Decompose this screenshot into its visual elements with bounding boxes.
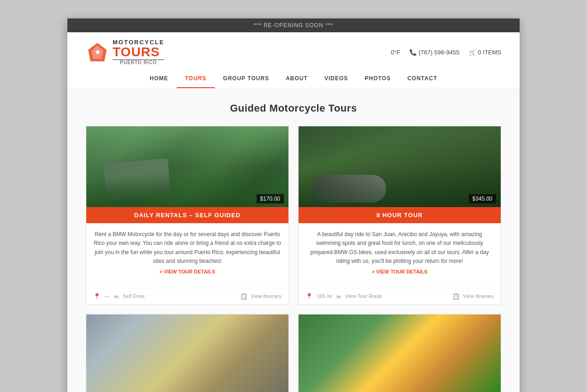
page-title: Guided Motorcycle Tours (86, 102, 501, 114)
price-badge-8hour: $345.00 (469, 194, 496, 203)
rental-footer-spacer: — (104, 293, 109, 299)
self-drive-label[interactable]: Self Drive (123, 293, 145, 299)
bike-icon-2: 🏍 (335, 293, 341, 300)
phone-number: 📞 (787) 598-9455 (409, 49, 460, 56)
tour-desc-8hour: A beautiful day ride to San Juan, Arecib… (299, 223, 501, 287)
tour-image-8hour: $345.00 (299, 126, 501, 207)
temperature: 0°F (391, 49, 400, 56)
main-content: Guided Motorcycle Tours $170.00 DAILY RE… (67, 89, 520, 392)
nav-group-tours[interactable]: GROUP TOURS (215, 70, 277, 88)
logo-text: MOTORCYCLE TouRs PUERTO RICO (113, 39, 164, 65)
tour-title-8hour[interactable]: 8 HOUR TOUR (299, 207, 501, 223)
nav-home[interactable]: HOME (142, 70, 177, 88)
cart[interactable]: 🛒 0 ITEMS (469, 49, 501, 56)
nav-contact[interactable]: CONTACT (399, 70, 446, 88)
tour-title-rental[interactable]: DAILY RENTALS – SELF GUIDED (86, 207, 288, 223)
view-tour-link-8hour[interactable]: > VIEW TOUR DETAILS (305, 268, 494, 276)
bike-icon: 🏍 (113, 293, 119, 300)
view-tour-link-rental[interactable]: > VIEW TOUR DETAILS (93, 268, 282, 276)
tour-card-8hour: $345.00 8 HOUR TOUR A beautiful day ride… (298, 126, 501, 304)
view-route-label[interactable]: View Tour Route (345, 293, 382, 299)
logo-icon: ★ (86, 41, 109, 64)
itinerary-icon-2: 📋 (452, 293, 460, 300)
nav-about[interactable]: ABOUT (277, 70, 316, 88)
tour-image-4 (299, 315, 501, 392)
announcement-text: *** RE-OPENING SOON *** (254, 22, 333, 29)
distance-label: 165 mi (317, 293, 332, 299)
price-badge-rental: $170.00 (257, 194, 284, 203)
tour3-image (86, 315, 288, 392)
nav-videos[interactable]: VIDEOS (316, 70, 356, 88)
nav-tours[interactable]: TOURS (177, 70, 215, 88)
location-icon: 📍 (93, 293, 101, 300)
header-top: ★ MOTORCYCLE TouRs PUERTO RICO 0°F 📞 (78… (86, 39, 501, 65)
browser-window: *** RE-OPENING SOON *** ★ MOTORCYCLE Tou… (67, 18, 520, 392)
tour-image-3 (86, 315, 288, 392)
logo-puertorico: PUERTO RICO (113, 59, 164, 65)
tour-card-rental: $170.00 DAILY RENTALS – SELF GUIDED Rent… (86, 126, 289, 304)
tour-desc-rental: Rent a BMW Motorcycle for the day or for… (86, 223, 288, 287)
header-right: 0°F 📞 (787) 598-9455 🛒 0 ITEMS (391, 49, 501, 56)
phone-icon: 📞 (409, 49, 417, 56)
nav-photos[interactable]: PHOTOS (356, 70, 399, 88)
logo-tours: TouRs (113, 46, 164, 59)
svg-text:★: ★ (95, 48, 101, 56)
tour-footer-8hour: 📍 165 mi 🏍 View Tour Route 📋 View Itiner… (299, 288, 501, 304)
tour-footer-rental: 📍 — 🏍 Self Drive 📋 View Itinerary (86, 288, 288, 304)
view-itinerary-8hour[interactable]: View Itinerary (463, 293, 494, 299)
location-icon-2: 📍 (305, 293, 313, 300)
tour4-image (299, 315, 501, 392)
logo[interactable]: ★ MOTORCYCLE TouRs PUERTO RICO (86, 39, 164, 65)
main-nav: HOME TOURS GROUP TOURS ABOUT VIDEOS PHOT… (86, 70, 501, 88)
tours-grid: $170.00 DAILY RENTALS – SELF GUIDED Rent… (86, 126, 501, 392)
tour-card-3 (86, 314, 289, 392)
cart-icon: 🛒 (469, 49, 476, 56)
view-itinerary-rental[interactable]: View Itinerary (251, 293, 282, 299)
tour-card-4 (298, 314, 501, 392)
tour-image-rental: $170.00 (86, 126, 288, 207)
header: ★ MOTORCYCLE TouRs PUERTO RICO 0°F 📞 (78… (67, 32, 520, 89)
itinerary-icon: 📋 (240, 293, 247, 300)
announcement-bar: *** RE-OPENING SOON *** (67, 18, 520, 32)
